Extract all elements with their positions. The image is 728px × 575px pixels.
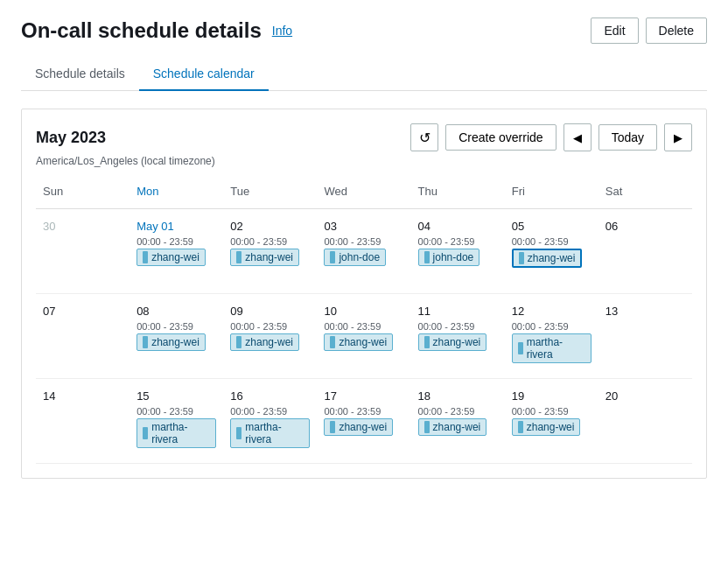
shift-time: 00:00 - 23:59	[136, 236, 216, 247]
shift-badge[interactable]: zhang-wei	[324, 418, 393, 436]
day-number: 10	[324, 305, 403, 318]
calendar-day-1-5: 1200:00 - 23:59martha-rivera	[505, 301, 598, 371]
tab-schedule-calendar[interactable]: Schedule calendar	[139, 58, 269, 91]
shift-badge[interactable]: zhang-wei	[324, 333, 393, 351]
calendar-month-title: May 2023	[36, 129, 106, 147]
shift-dot	[236, 336, 242, 348]
shift-name: zhang-wei	[528, 252, 576, 264]
calendar-day-2-2: 1600:00 - 23:59martha-rivera	[223, 386, 317, 456]
day-number: 03	[324, 220, 403, 233]
shift-badge[interactable]: zhang-wei	[136, 333, 206, 351]
day-number: 17	[324, 389, 403, 403]
shift-dot	[518, 342, 523, 354]
shift-time: 00:00 - 23:59	[136, 321, 216, 332]
shift-badge[interactable]: martha-rivera	[230, 418, 310, 448]
shift-badge[interactable]: zhang-wei	[512, 418, 581, 436]
calendar-day-1-3: 1000:00 - 23:59zhang-wei	[317, 301, 410, 371]
day-number: 04	[418, 220, 498, 233]
day-number: 12	[512, 305, 592, 318]
shift-name: zhang-wei	[245, 336, 293, 348]
shift-name: zhang-wei	[527, 421, 575, 433]
info-badge[interactable]: Info	[272, 24, 292, 38]
page-title: On-call schedule details	[21, 18, 262, 43]
day-headers: Sun Mon Tue Wed Thu Fri Sat	[36, 181, 692, 209]
refresh-button[interactable]: ↺	[410, 123, 438, 151]
today-button[interactable]: Today	[598, 124, 657, 151]
shift-dot	[424, 421, 430, 433]
shift-badge[interactable]: martha-rivera	[512, 333, 592, 363]
shift-dot	[424, 336, 430, 348]
day-header-tue: Tue	[223, 181, 317, 201]
shift-badge[interactable]: zhang-wei	[418, 418, 487, 436]
calendar-day-1-2: 0900:00 - 23:59zhang-wei	[223, 301, 317, 371]
day-number: 08	[136, 305, 216, 318]
calendar-day-2-4: 1800:00 - 23:59zhang-wei	[411, 386, 505, 456]
calendar-container: May 2023 ↺ Create override ◀ Today ▶ Ame…	[21, 109, 707, 479]
shift-time: 00:00 - 23:59	[230, 321, 310, 332]
shift-name: martha-rivera	[245, 421, 304, 445]
shift-badge[interactable]: zhang-wei	[230, 333, 299, 351]
shift-name: zhang-wei	[433, 336, 481, 348]
shift-badge[interactable]: zhang-wei	[136, 249, 206, 266]
shift-name: zhang-wei	[433, 421, 481, 433]
calendar-day-0-6: 06	[598, 216, 692, 286]
shift-name: martha-rivera	[527, 336, 585, 361]
day-number: 16	[230, 389, 310, 403]
create-override-button[interactable]: Create override	[445, 124, 556, 151]
calendar-week-0: 30May 0100:00 - 23:59zhang-wei0200:00 - …	[36, 209, 692, 294]
calendar-weeks: 30May 0100:00 - 23:59zhang-wei0200:00 - …	[36, 209, 692, 464]
tab-schedule-details[interactable]: Schedule details	[21, 58, 139, 91]
shift-name: zhang-wei	[339, 336, 387, 348]
calendar-grid: Sun Mon Tue Wed Thu Fri Sat 30May 0100:0…	[36, 181, 692, 464]
day-number: 11	[418, 305, 498, 318]
calendar-day-0-4: 0400:00 - 23:59john-doe	[411, 216, 505, 286]
shift-dot	[518, 421, 523, 433]
shift-badge[interactable]: martha-rivera	[136, 418, 216, 448]
day-number: 07	[43, 305, 122, 318]
shift-time: 00:00 - 23:59	[324, 406, 403, 417]
shift-badge[interactable]: zhang-wei	[418, 333, 487, 351]
shift-name: john-doe	[339, 251, 380, 263]
day-header-wed: Wed	[317, 181, 410, 201]
shift-dot	[143, 427, 148, 439]
page-wrapper: On-call schedule details Info Edit Delet…	[0, 0, 728, 575]
shift-dot	[330, 421, 335, 433]
shift-time: 00:00 - 23:59	[230, 236, 310, 247]
shift-time: 00:00 - 23:59	[324, 321, 403, 332]
shift-badge[interactable]: zhang-wei	[230, 249, 299, 266]
delete-button[interactable]: Delete	[646, 18, 707, 44]
shift-time: 00:00 - 23:59	[136, 406, 216, 417]
shift-time: 00:00 - 23:59	[418, 321, 498, 332]
day-number: 19	[512, 389, 592, 403]
shift-name: zhang-wei	[245, 251, 293, 263]
shift-dot	[143, 336, 148, 348]
day-number: 06	[606, 220, 685, 233]
shift-badge[interactable]: zhang-wei	[512, 249, 583, 268]
shift-time: 00:00 - 23:59	[418, 236, 498, 247]
edit-button[interactable]: Edit	[591, 18, 638, 44]
day-number: 02	[230, 220, 310, 233]
calendar-day-1-6: 13	[598, 301, 692, 371]
calendar-day-2-0: 14	[36, 386, 130, 456]
calendar-controls: ↺ Create override ◀ Today ▶	[410, 123, 692, 151]
shift-badge[interactable]: john-doe	[324, 249, 386, 266]
shift-badge[interactable]: john-doe	[418, 249, 480, 266]
day-number: 15	[136, 389, 216, 403]
calendar-day-0-3: 0300:00 - 23:59john-doe	[317, 216, 410, 286]
day-header-mon: Mon	[130, 181, 223, 201]
shift-name: martha-rivera	[151, 421, 210, 445]
month-year-label: May 2023	[36, 129, 106, 147]
day-header-sat: Sat	[598, 181, 692, 201]
shift-name: zhang-wei	[151, 251, 200, 263]
shift-time: 00:00 - 23:59	[418, 406, 498, 417]
prev-month-button[interactable]: ◀	[564, 123, 592, 151]
timezone-label: America/Los_Angeles (local timezone)	[36, 155, 692, 167]
tabs-container: Schedule details Schedule calendar	[21, 58, 707, 91]
day-number: 13	[606, 305, 685, 318]
shift-name: zhang-wei	[151, 336, 200, 348]
shift-time: 00:00 - 23:59	[512, 321, 592, 332]
calendar-week-2: 141500:00 - 23:59martha-rivera1600:00 - …	[36, 379, 692, 464]
shift-dot	[330, 251, 335, 263]
next-month-button[interactable]: ▶	[664, 123, 692, 151]
calendar-day-0-1: May 0100:00 - 23:59zhang-wei	[130, 216, 223, 286]
